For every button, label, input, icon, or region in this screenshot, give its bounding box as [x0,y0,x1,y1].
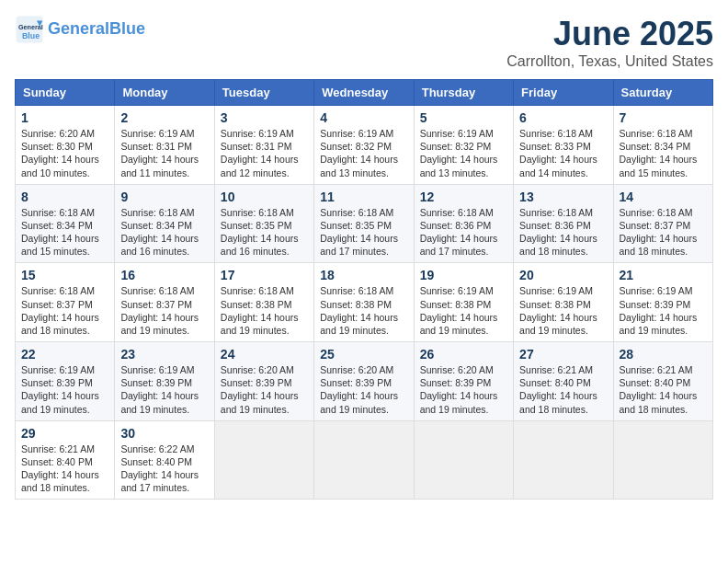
day-number: 10 [221,190,308,204]
calendar-cell: 20Sunrise: 6:19 AMSunset: 8:38 PMDayligh… [514,263,613,342]
col-header-thursday: Thursday [414,80,513,106]
cell-info: Sunrise: 6:19 AMSunset: 8:31 PMDaylight:… [120,127,208,179]
cell-info: Sunrise: 6:21 AMSunset: 8:40 PMDaylight:… [21,442,108,495]
day-number: 28 [620,347,707,362]
cell-info: Sunrise: 6:20 AMSunset: 8:39 PMDaylight:… [221,363,308,416]
day-number: 16 [120,268,208,282]
calendar-cell: 18Sunrise: 6:18 AMSunset: 8:38 PMDayligh… [314,263,414,342]
cell-info: Sunrise: 6:18 AMSunset: 8:34 PMDaylight:… [620,127,707,179]
day-number: 1 [21,110,108,125]
location-subtitle: Carrollton, Texas, United States [506,53,713,70]
calendar-cell [613,420,712,500]
calendar-cell: 11Sunrise: 6:18 AMSunset: 8:35 PMDayligh… [314,184,414,263]
cell-info: Sunrise: 6:18 AMSunset: 8:34 PMDaylight:… [21,206,108,259]
calendar-cell: 29Sunrise: 6:21 AMSunset: 8:40 PMDayligh… [16,420,115,500]
day-number: 29 [21,426,108,441]
cell-info: Sunrise: 6:20 AMSunset: 8:39 PMDaylight:… [420,363,507,416]
cell-info: Sunrise: 6:18 AMSunset: 8:38 PMDaylight:… [221,284,308,337]
day-number: 25 [320,347,407,362]
calendar-cell [214,420,313,500]
logo-icon: General Blue [15,15,44,44]
calendar-table: SundayMondayTuesdayWednesdayThursdayFrid… [15,79,713,500]
day-number: 9 [120,190,208,204]
cell-info: Sunrise: 6:18 AMSunset: 8:37 PMDaylight:… [120,284,208,337]
calendar-cell: 3Sunrise: 6:19 AMSunset: 8:31 PMDaylight… [214,106,313,185]
day-number: 2 [120,110,208,125]
day-number: 22 [21,347,108,362]
calendar-cell: 4Sunrise: 6:19 AMSunset: 8:32 PMDaylight… [314,106,414,185]
day-number: 18 [320,268,407,282]
cell-info: Sunrise: 6:18 AMSunset: 8:36 PMDaylight:… [420,206,507,259]
calendar-cell: 22Sunrise: 6:19 AMSunset: 8:39 PMDayligh… [16,342,115,421]
day-number: 26 [420,347,507,362]
calendar-cell: 6Sunrise: 6:18 AMSunset: 8:33 PMDaylight… [514,106,613,185]
calendar-cell [414,420,513,500]
cell-info: Sunrise: 6:18 AMSunset: 8:33 PMDaylight:… [519,127,607,179]
calendar-cell: 2Sunrise: 6:19 AMSunset: 8:31 PMDaylight… [115,106,214,185]
svg-text:Blue: Blue [22,31,40,40]
cell-info: Sunrise: 6:18 AMSunset: 8:37 PMDaylight:… [21,284,108,337]
calendar-cell: 15Sunrise: 6:18 AMSunset: 8:37 PMDayligh… [16,263,115,342]
calendar-week-row: 8Sunrise: 6:18 AMSunset: 8:34 PMDaylight… [16,184,713,263]
day-number: 30 [120,426,208,441]
col-header-monday: Monday [115,80,214,106]
col-header-wednesday: Wednesday [314,80,414,106]
calendar-week-row: 15Sunrise: 6:18 AMSunset: 8:37 PMDayligh… [16,263,713,342]
calendar-cell: 30Sunrise: 6:22 AMSunset: 8:40 PMDayligh… [115,420,214,500]
calendar-cell: 14Sunrise: 6:18 AMSunset: 8:37 PMDayligh… [613,184,712,263]
day-number: 14 [620,190,707,204]
col-header-sunday: Sunday [16,80,115,106]
day-number: 17 [221,268,308,282]
calendar-cell: 28Sunrise: 6:21 AMSunset: 8:40 PMDayligh… [613,342,712,421]
cell-info: Sunrise: 6:18 AMSunset: 8:35 PMDaylight:… [221,206,308,259]
cell-info: Sunrise: 6:19 AMSunset: 8:38 PMDaylight:… [420,284,507,337]
calendar-cell: 19Sunrise: 6:19 AMSunset: 8:38 PMDayligh… [414,263,513,342]
day-number: 21 [620,268,707,282]
calendar-header-row: SundayMondayTuesdayWednesdayThursdayFrid… [16,80,713,106]
calendar-cell: 25Sunrise: 6:20 AMSunset: 8:39 PMDayligh… [314,342,414,421]
calendar-cell: 1Sunrise: 6:20 AMSunset: 8:30 PMDaylight… [16,106,115,185]
day-number: 3 [221,110,308,125]
logo-text-line1: GeneralBlue [48,20,145,39]
cell-info: Sunrise: 6:18 AMSunset: 8:36 PMDaylight:… [519,206,607,259]
cell-info: Sunrise: 6:19 AMSunset: 8:38 PMDaylight:… [519,284,607,337]
cell-info: Sunrise: 6:19 AMSunset: 8:31 PMDaylight:… [221,127,308,179]
calendar-cell: 21Sunrise: 6:19 AMSunset: 8:39 PMDayligh… [613,263,712,342]
day-number: 19 [420,268,507,282]
day-number: 6 [519,110,607,125]
cell-info: Sunrise: 6:19 AMSunset: 8:32 PMDaylight:… [420,127,507,179]
cell-info: Sunrise: 6:18 AMSunset: 8:37 PMDaylight:… [620,206,707,259]
cell-info: Sunrise: 6:19 AMSunset: 8:32 PMDaylight:… [320,127,407,179]
calendar-cell: 8Sunrise: 6:18 AMSunset: 8:34 PMDaylight… [16,184,115,263]
calendar-cell [314,420,414,500]
calendar-cell: 10Sunrise: 6:18 AMSunset: 8:35 PMDayligh… [214,184,313,263]
calendar-cell: 7Sunrise: 6:18 AMSunset: 8:34 PMDaylight… [613,106,712,185]
col-header-friday: Friday [514,80,613,106]
calendar-cell: 27Sunrise: 6:21 AMSunset: 8:40 PMDayligh… [514,342,613,421]
day-number: 4 [320,110,407,125]
day-number: 7 [620,110,707,125]
day-number: 8 [21,190,108,204]
calendar-week-row: 29Sunrise: 6:21 AMSunset: 8:40 PMDayligh… [16,420,713,500]
cell-info: Sunrise: 6:19 AMSunset: 8:39 PMDaylight:… [620,284,707,337]
calendar-cell: 23Sunrise: 6:19 AMSunset: 8:39 PMDayligh… [115,342,214,421]
logo: General Blue GeneralBlue [15,15,145,44]
calendar-cell: 26Sunrise: 6:20 AMSunset: 8:39 PMDayligh… [414,342,513,421]
calendar-cell: 13Sunrise: 6:18 AMSunset: 8:36 PMDayligh… [514,184,613,263]
day-number: 24 [221,347,308,362]
title-area: June 2025 Carrollton, Texas, United Stat… [506,15,713,70]
cell-info: Sunrise: 6:18 AMSunset: 8:35 PMDaylight:… [320,206,407,259]
day-number: 13 [519,190,607,204]
day-number: 12 [420,190,507,204]
cell-info: Sunrise: 6:19 AMSunset: 8:39 PMDaylight:… [21,363,108,416]
day-number: 23 [120,347,208,362]
cell-info: Sunrise: 6:18 AMSunset: 8:34 PMDaylight:… [120,206,208,259]
cell-info: Sunrise: 6:21 AMSunset: 8:40 PMDaylight:… [519,363,607,416]
calendar-cell: 12Sunrise: 6:18 AMSunset: 8:36 PMDayligh… [414,184,513,263]
cell-info: Sunrise: 6:21 AMSunset: 8:40 PMDaylight:… [620,363,707,416]
calendar-cell: 5Sunrise: 6:19 AMSunset: 8:32 PMDaylight… [414,106,513,185]
day-number: 5 [420,110,507,125]
cell-info: Sunrise: 6:20 AMSunset: 8:39 PMDaylight:… [320,363,407,416]
cell-info: Sunrise: 6:19 AMSunset: 8:39 PMDaylight:… [120,363,208,416]
calendar-cell: 24Sunrise: 6:20 AMSunset: 8:39 PMDayligh… [214,342,313,421]
